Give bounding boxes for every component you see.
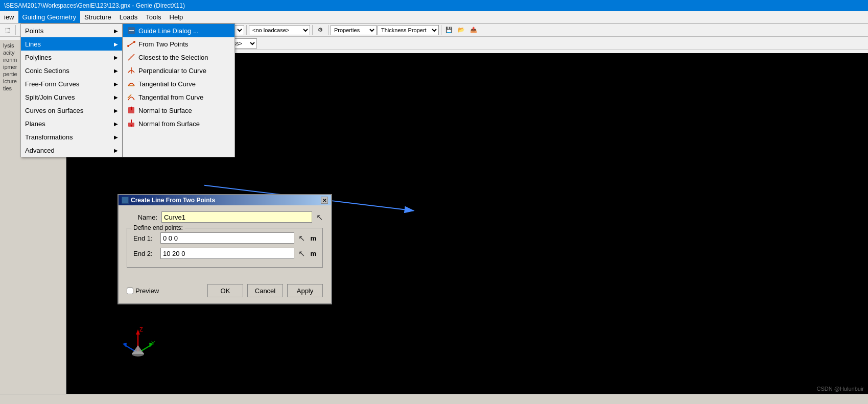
menu-item-curves-on-surfaces[interactable]: Curves on Surfaces ▶ <box>21 104 122 117</box>
guiding-geometry-menu: Points ▶ Lines ▶ Polylines ▶ Conic Secti… <box>20 23 123 157</box>
dialog-overlay: Create Line From Two Points ✕ Name: ↖ De… <box>118 194 332 304</box>
dialog-ok-button[interactable]: OK <box>207 284 243 297</box>
tangential-to-icon <box>127 80 135 88</box>
arrow-splitjoin: ▶ <box>114 94 118 100</box>
watermark: CSDN @Hulunbuir <box>817 386 864 392</box>
dialog-title: Create Line From Two Points <box>131 197 215 204</box>
menu-item-freeform[interactable]: Free-Form Curves ▶ <box>21 77 122 90</box>
dialog-group-label: Define end points: <box>131 224 185 231</box>
dialog-endpoints-group: Define end points: End 1: ↖ m End 2: ↖ m <box>127 228 323 268</box>
title-bar: \SESAM2017\Workspaces\GeniE\123\123.gnx … <box>0 0 868 11</box>
closest-icon <box>127 53 135 61</box>
submenu-from-two-points[interactable]: From Two Points <box>123 37 234 51</box>
menu-item-transformations[interactable]: Transformations ▶ <box>21 130 122 144</box>
dialog-end1-label: End 1: <box>133 234 156 242</box>
dialog-end1-row: End 1: ↖ m <box>133 232 316 244</box>
dialog-footer: Preview OK Cancel Apply <box>119 280 331 303</box>
svg-point-15 <box>127 45 129 47</box>
submenu-closest[interactable]: Closest to the Selection <box>123 51 234 64</box>
dialog-icon <box>122 197 129 204</box>
sep9 <box>328 25 329 35</box>
arrow-conic: ▶ <box>114 68 118 74</box>
dialog-body: Name: ↖ Define end points: End 1: ↖ m En… <box>119 205 331 280</box>
arrow-lines: ▶ <box>114 41 118 47</box>
arrow-curves: ▶ <box>114 108 118 113</box>
menu-bar: iew Guiding Geometry Structure Loads Too… <box>0 11 868 23</box>
end2-cursor-icon: ↖ <box>298 249 305 258</box>
menu-help[interactable]: Help <box>166 11 187 23</box>
guide-line-icon <box>127 27 135 35</box>
menu-guiding-geometry[interactable]: Guiding Geometry <box>18 11 81 23</box>
normal-from-icon <box>127 120 135 128</box>
svg-text:Y: Y <box>151 340 155 346</box>
dialog-end1-unit: m <box>310 234 316 242</box>
dialog-preview-checkbox[interactable] <box>127 288 133 294</box>
arrow-transformations: ▶ <box>114 134 118 140</box>
sep10 <box>441 25 441 35</box>
menu-item-planes[interactable]: Planes ▶ <box>21 117 122 130</box>
submenu-normal-to[interactable]: Normal to Surface <box>123 104 234 117</box>
sep8 <box>312 25 313 35</box>
arrow-freeform: ▶ <box>114 81 118 87</box>
svg-text:Z: Z <box>139 326 143 332</box>
toolbar-btn-1[interactable]: ⬚ <box>2 25 13 36</box>
normal-to-icon <box>127 106 135 114</box>
menu-item-lines[interactable]: Lines ▶ <box>21 37 122 51</box>
svg-marker-11 <box>132 345 144 354</box>
dialog-name-field: Name: ↖ <box>127 211 323 223</box>
sep7 <box>246 25 247 35</box>
svg-point-16 <box>133 41 135 43</box>
submenu-tangential-to[interactable]: Tangential to Curve <box>123 77 234 90</box>
dialog-end1-input[interactable] <box>160 232 294 244</box>
arrow-advanced: ▶ <box>114 148 118 153</box>
submenu-normal-from[interactable]: Normal from Surface <box>123 117 234 130</box>
dialog-end2-input[interactable] <box>160 248 294 259</box>
cursor-icon: ↖ <box>316 212 323 222</box>
menu-dropdown: Points ▶ Lines ▶ Polylines ▶ Conic Secti… <box>20 23 235 157</box>
menu-item-advanced[interactable]: Advanced ▶ <box>21 144 122 157</box>
menu-item-polylines[interactable]: Polylines ▶ <box>21 51 122 64</box>
arrow-polylines: ▶ <box>114 55 118 60</box>
submenu-guide-line[interactable]: Guide Line Dialog ... <box>123 24 234 37</box>
svg-line-17 <box>128 54 134 60</box>
menu-loads[interactable]: Loads <box>115 11 142 23</box>
menu-item-points[interactable]: Points ▶ <box>21 24 122 37</box>
toolbar-btn-settings[interactable]: ⚙ <box>315 25 326 36</box>
lines-submenu: Guide Line Dialog ... From Two Points Cl… <box>123 23 235 157</box>
dialog-cancel-button[interactable]: Cancel <box>247 284 283 297</box>
dialog-end2-row: End 2: ↖ m <box>133 248 316 259</box>
menu-item-conic[interactable]: Conic Sections ▶ <box>21 64 122 77</box>
dialog-name-label: Name: <box>127 213 157 221</box>
loadcase-select[interactable]: <no loadcase> <box>249 25 310 35</box>
perpendicular-icon <box>127 66 135 75</box>
svg-marker-9 <box>123 343 127 347</box>
svg-line-14 <box>128 42 134 46</box>
dialog-name-input[interactable] <box>161 211 312 223</box>
dialog-end2-unit: m <box>310 250 316 257</box>
two-points-icon <box>127 40 135 48</box>
dialog-preview-area: Preview <box>127 287 203 295</box>
toolbar-btn-save[interactable]: 💾 <box>443 25 455 36</box>
menu-tools[interactable]: Tools <box>142 11 165 23</box>
dialog-preview-label[interactable]: Preview <box>135 287 159 295</box>
toolbar-btn-open[interactable]: 📂 <box>456 25 467 36</box>
dialog-close-button[interactable]: ✕ <box>321 197 328 204</box>
end1-cursor-icon: ↖ <box>298 233 305 243</box>
arrow-planes: ▶ <box>114 121 118 127</box>
axis-indicator: Z Y <box>118 322 158 363</box>
thickness-select[interactable]: Thickness Propert <box>378 25 439 35</box>
menu-view[interactable]: iew <box>0 11 18 23</box>
properties-select[interactable]: Properties <box>331 25 377 35</box>
status-bar <box>0 394 868 404</box>
submenu-tangential-from[interactable]: Tangential from Curve <box>123 90 234 104</box>
dialog-end2-label: End 2: <box>133 250 156 257</box>
menu-structure[interactable]: Structure <box>80 11 115 23</box>
title-text: \SESAM2017\Workspaces\GeniE\123\123.gnx … <box>4 2 185 9</box>
sep1 <box>15 25 16 35</box>
toolbar-btn-export[interactable]: 📤 <box>468 25 479 36</box>
dialog-apply-button[interactable]: Apply <box>287 284 323 297</box>
tangential-from-icon <box>127 93 135 101</box>
arrow-points: ▶ <box>114 28 118 34</box>
menu-item-splitjoin[interactable]: Split/Join Curves ▶ <box>21 90 122 104</box>
submenu-perpendicular[interactable]: Perpendicular to Curve <box>123 64 234 77</box>
